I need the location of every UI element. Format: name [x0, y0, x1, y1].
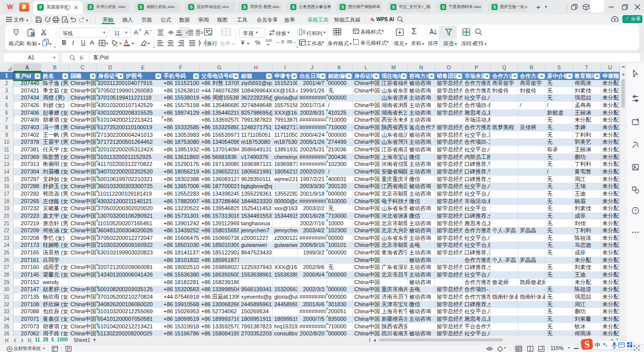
svg-text:?: ? [634, 208, 636, 213]
